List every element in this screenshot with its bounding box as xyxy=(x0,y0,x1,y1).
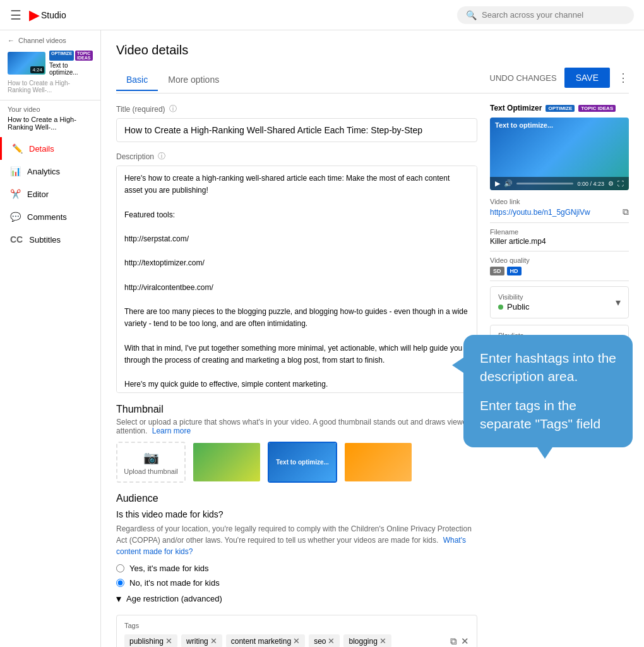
quality-label: Video quality xyxy=(490,257,629,264)
tags-label: Tags xyxy=(124,622,469,629)
topic-badge-right: TOPIC IDEAS xyxy=(578,105,616,112)
tags-chips-row1: publishing ✕ writing ✕ content marketing… xyxy=(124,634,469,647)
search-bar[interactable]: 🔍 xyxy=(457,6,634,24)
fullscreen-icon[interactable]: ⛶ xyxy=(617,180,624,187)
tooltip-arrow-down xyxy=(537,447,552,459)
preview-text-label: Text to optimize... xyxy=(495,121,553,129)
video-link-label: Video link xyxy=(490,198,629,205)
volume-icon[interactable]: 🔊 xyxy=(504,179,513,188)
sidebar-item-analytics[interactable]: 📊 Analytics xyxy=(0,160,100,183)
optimize-badge: OPTIMIZE xyxy=(49,51,74,61)
upload-thumbnail[interactable]: 📷 Upload thumbnail xyxy=(116,442,186,483)
sidebar: ← Channel videos 4:24 OPTIMIZE TOPIC IDE… xyxy=(0,30,101,647)
title-info-icon[interactable]: ⓘ xyxy=(169,104,177,114)
tag-writing: writing ✕ xyxy=(181,634,222,647)
learn-more-link[interactable]: Learn more xyxy=(152,426,191,435)
tooltip-bubble: Enter hashtags into the description area… xyxy=(463,335,633,447)
editor-icon: ✂️ xyxy=(10,189,21,199)
sidebar-item-comments[interactable]: 💬 Comments xyxy=(0,205,100,228)
copy-tags-button[interactable]: ⧉ xyxy=(450,634,457,647)
undo-button[interactable]: UNDO CHANGES xyxy=(490,73,557,83)
audience-section: Audience Is this video made for kids? Re… xyxy=(116,493,477,605)
remove-tag-seo[interactable]: ✕ xyxy=(328,636,335,646)
tooltip-arrow-left xyxy=(452,358,463,373)
tag-content-marketing: content marketing ✕ xyxy=(226,634,305,647)
remove-tag-content[interactable]: ✕ xyxy=(293,636,300,646)
description-field-group: Description ⓘ Here's how to create a hig… xyxy=(116,151,477,395)
menu-icon[interactable]: ☰ xyxy=(10,8,21,23)
description-label: Description xyxy=(116,152,154,161)
sidebar-thumb: 4:24 xyxy=(8,52,45,75)
description-textarea[interactable]: Here's how to create a high-ranking well… xyxy=(116,166,477,393)
thumbnail-option-3[interactable] xyxy=(343,442,413,483)
more-button[interactable]: ⋮ xyxy=(617,71,629,85)
radio-no[interactable]: No, it's not made for kids xyxy=(116,578,477,588)
description-info-icon[interactable]: ⓘ xyxy=(158,151,165,162)
audience-desc: Regardless of your location, you're lega… xyxy=(116,524,472,545)
time-display: 0:00 / 4:23 xyxy=(577,181,604,187)
video-link[interactable]: https://youtu.be/n1_5gGNjiVw xyxy=(490,208,590,217)
optimize-badge-right: OPTIMIZE xyxy=(546,105,575,112)
video-preview-thumb: Text to optimize... ▶ 🔊 0:00 / 4:23 ⚙ ⛶ xyxy=(490,118,629,190)
quality-sd-badge: SD xyxy=(490,267,504,275)
clear-tags-button[interactable]: ✕ xyxy=(461,634,469,647)
sidebar-label-subtitles: Subtitles xyxy=(29,235,61,245)
copy-link-button[interactable]: ⧉ xyxy=(623,207,629,217)
title-label: Title (required) xyxy=(116,105,165,114)
sidebar-label-details: Details xyxy=(29,144,54,154)
sidebar-item-editor[interactable]: ✂️ Editor xyxy=(0,183,100,205)
thumbnail-title: Thumbnail xyxy=(116,404,477,415)
audience-question: Is this video made for kids? xyxy=(116,509,477,519)
settings-icon[interactable]: ⚙ xyxy=(608,180,614,187)
remove-tag-writing[interactable]: ✕ xyxy=(210,636,217,646)
visibility-dropdown[interactable]: Visibility Public ▾ xyxy=(490,286,629,318)
tab-basic[interactable]: Basic xyxy=(116,70,158,91)
toolbar: UNDO CHANGES SAVE ⋮ xyxy=(490,68,629,93)
sidebar-label-analytics: Analytics xyxy=(27,167,60,176)
tag-seo: seo ✕ xyxy=(309,634,340,647)
age-restriction[interactable]: ▾ Age restriction (advanced) xyxy=(116,593,477,605)
tag-blogging: blogging ✕ xyxy=(343,634,391,647)
thumbnail-option-2[interactable]: Text to optimize... xyxy=(268,442,337,483)
subtitles-icon: CC xyxy=(10,234,23,245)
sidebar-video-subtitle: How to Create a High-Ranking Well-... xyxy=(8,80,93,94)
page-title: Video details xyxy=(116,43,629,57)
tag-publishing: publishing ✕ xyxy=(124,634,177,647)
search-input[interactable] xyxy=(482,10,625,20)
sidebar-label-comments: Comments xyxy=(27,212,67,222)
sidebar-video-label: Text to optimize... xyxy=(49,62,93,76)
thumbnail-option-1[interactable] xyxy=(192,442,261,483)
upload-icon: 📷 xyxy=(143,450,159,465)
tabs: Basic More options xyxy=(116,70,229,91)
visibility-label: Visibility xyxy=(498,293,529,301)
sidebar-back[interactable]: ← Channel videos xyxy=(8,37,93,44)
search-icon: 🔍 xyxy=(466,10,477,20)
thumbnail-section: Thumbnail Select or upload a picture tha… xyxy=(116,404,477,483)
tab-more-options[interactable]: More options xyxy=(158,70,229,91)
tooltip-line1: Enter hashtags into the description area… xyxy=(480,349,616,386)
radio-yes[interactable]: Yes, it's made for kids xyxy=(116,564,477,573)
visibility-chevron-icon: ▾ xyxy=(616,296,621,308)
play-button[interactable]: ▶ xyxy=(495,179,500,188)
yt-logo-icon: ▶ xyxy=(29,7,40,23)
title-input[interactable] xyxy=(116,118,477,142)
sidebar-item-subtitles[interactable]: CC Subtitles xyxy=(0,228,100,251)
topbar: ☰ ▶ Studio 🔍 xyxy=(0,0,644,30)
studio-text: Studio xyxy=(41,10,66,20)
your-video-label: Your video xyxy=(8,106,93,113)
sidebar-item-details[interactable]: ✏️ Details xyxy=(0,137,100,160)
visibility-value: Public xyxy=(507,302,529,311)
save-button[interactable]: SAVE xyxy=(564,68,610,88)
comments-icon: 💬 xyxy=(10,212,21,222)
sidebar-nav: ✏️ Details 📊 Analytics ✂️ Editor 💬 Comme… xyxy=(0,137,100,251)
audience-title: Audience xyxy=(116,493,477,504)
filename-value: Killer article.mp4 xyxy=(490,237,629,246)
public-dot xyxy=(498,305,503,310)
upload-label: Upload thumbnail xyxy=(124,468,178,475)
remove-tag-blogging[interactable]: ✕ xyxy=(379,636,386,646)
your-video-title: How to Create a High-Ranking Well-... xyxy=(8,116,93,131)
remove-tag-publishing[interactable]: ✕ xyxy=(165,636,172,646)
filename-label: Filename xyxy=(490,228,629,236)
preview-logo-text: Text Optimizer xyxy=(490,104,542,112)
tooltip-line2: Enter tags in the separate "Tags" field xyxy=(480,396,616,433)
